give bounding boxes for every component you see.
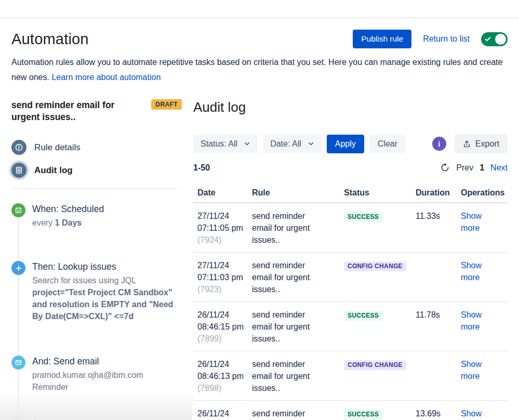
info-icon[interactable]: i [432,137,446,151]
rule-cell: send reminder email for urgent issues.. [252,408,344,420]
date-filter-dropdown[interactable]: Date: All [263,135,322,153]
col-header-duration: Duration [416,188,461,198]
show-more-link[interactable]: Show more [461,309,488,333]
rule-cell: send reminder email for urgent issues.. [252,259,344,295]
show-more-link[interactable]: Show more [461,259,488,283]
status-cell: SUCCESS [344,309,416,345]
table-header-row: Date Rule Status Duration Operations [193,188,508,203]
duration-cell: 11.33s [416,210,461,246]
log-time: 08:46:13 pm [197,370,252,382]
log-id: (7923) [197,283,252,295]
status-cell: SUCCESS [344,210,416,246]
component-when-scheduled[interactable]: When: Scheduled every 1 Days [11,203,182,229]
col-header-operations: Operations [461,188,508,198]
nav-label-rule-details: Rule details [34,142,81,153]
publish-rule-button[interactable]: Publish rule [353,30,411,48]
show-more-link[interactable]: Show more [461,358,488,382]
then-title: Then: Lookup issues [32,261,182,273]
col-header-status: Status [344,188,416,198]
info-icon [11,140,26,155]
duration-cell [416,259,461,295]
apply-button[interactable]: Apply [327,135,364,153]
page-description: Automation rules allow you to automate r… [11,55,508,85]
audit-log-table: Date Rule Status Duration Operations 27/… [193,188,508,420]
show-more-link[interactable]: Show more [461,210,488,234]
pagination-bar: 1-50 Prev 1 Next [193,163,508,173]
rule-cell: send reminder email for urgent issues.. [252,210,344,246]
chevron-down-icon [308,140,314,147]
draft-status-badge: DRAFT [151,99,182,110]
status-cell: SUCCESS [344,408,416,420]
when-frequency-prefix: every [32,218,52,227]
chevron-down-icon [244,140,250,147]
log-date: 26/11/24 [197,358,252,370]
then-subtitle: Search for issues using JQL [32,274,182,286]
sidebar-divider [11,188,182,189]
clear-button[interactable]: Clear [369,135,406,153]
top-bar [0,0,519,18]
operations-cell: Show more [461,358,508,394]
when-title: When: Scheduled [32,203,182,215]
automation-page: Automation Publish rule Return to list A… [0,0,519,420]
log-id: (7899) [197,333,252,345]
then-jql-query: project="Test Project CM Sandbox" and re… [32,286,184,322]
date-cell: 26/11/24 08:46:15 pm (7899) [197,309,252,345]
table-row: 26/11/24 08:41:59 pm (7897) send reminde… [193,401,508,420]
component-then-lookup[interactable]: Then: Lookup issues Search for issues us… [11,261,182,322]
page-title: Automation [11,31,89,48]
when-frequency: every 1 Days [32,217,182,229]
date-cell: 26/11/24 08:46:13 pm (7898) [197,358,252,394]
refresh-icon[interactable] [440,163,450,173]
next-button[interactable]: Next [490,163,508,173]
export-label: Export [475,139,499,149]
date-cell: 26/11/24 08:41:59 pm (7897) [197,408,252,420]
table-row: 27/11/24 07:11:05 pm (7924) send reminde… [193,203,508,253]
table-row: 26/11/24 08:46:15 pm (7899) send reminde… [193,302,508,351]
status-badge: CONFIG CHANGE [344,360,406,370]
and-subject: Reminder [32,381,182,393]
audit-filter-bar: Status: All Date: All Apply Clear i Expo… [193,134,508,153]
duration-cell [416,358,461,394]
status-badge: SUCCESS [344,311,382,321]
current-page: 1 [480,163,484,173]
date-filter-value: Date: All [270,139,301,149]
show-more-link[interactable]: Show more [461,408,488,420]
log-time: 07:11:05 pm [197,222,252,234]
status-filter-dropdown[interactable]: Status: All [193,135,258,153]
log-time: 08:46:15 pm [197,321,252,333]
operations-cell: Show more [461,259,508,295]
add-component-button[interactable]: Add component [11,416,182,420]
plus-icon [11,261,25,275]
toggle-knob [495,34,506,45]
log-id: (7924) [197,234,252,246]
add-plus-icon [11,416,25,420]
export-icon [463,140,471,148]
envelope-icon [11,356,25,370]
log-date: 26/11/24 [197,309,252,321]
col-header-rule: Rule [252,188,344,198]
component-and-send-email[interactable]: And: Send email pramod.kumar.ojha@ibm.co… [11,356,182,393]
log-date: 27/11/24 [197,259,252,271]
log-date: 26/11/24 [197,408,252,419]
return-to-list-link[interactable]: Return to list [423,34,470,44]
rule-enabled-toggle[interactable] [481,32,508,46]
prev-button[interactable]: Prev [456,163,473,173]
page-header: Automation Publish rule Return to list [11,30,508,48]
when-frequency-value: 1 Days [55,218,82,227]
nav-label-audit-log: Audit log [34,165,73,176]
nav-item-rule-details[interactable]: Rule details [11,140,182,155]
log-date: 27/11/24 [197,210,252,222]
learn-more-link[interactable]: Learn more about automation [51,73,161,82]
date-cell: 27/11/24 07:11:05 pm (7924) [197,210,252,246]
operations-cell: Show more [461,309,508,345]
nav-item-audit-log[interactable]: Audit log [11,163,182,178]
check-icon [484,35,491,43]
add-component-label: Add component [32,416,182,420]
status-badge: SUCCESS [344,410,382,419]
operations-cell: Show more [461,408,508,420]
rule-cell: send reminder email for urgent issues.. [252,358,344,394]
log-time: 07:11:03 pm [197,271,252,283]
audit-log-icon [11,163,26,178]
and-recipient: pramod.kumar.ojha@ibm.com [32,369,182,381]
export-button[interactable]: Export [455,134,508,153]
